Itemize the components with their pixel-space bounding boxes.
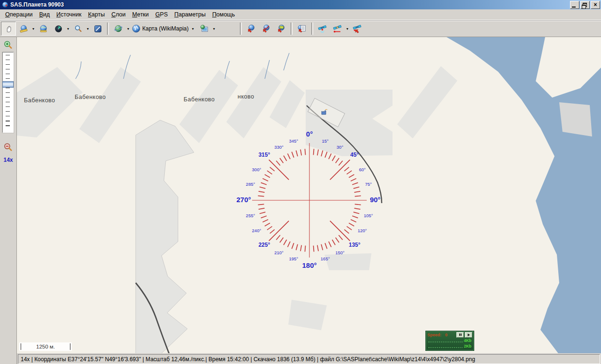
dark-sphere-icon [54, 25, 62, 33]
measure-distance-button[interactable] [16, 22, 31, 36]
scale-bar: 1250 м. [19, 342, 72, 351]
gps-position-button[interactable] [350, 22, 365, 36]
zoom-box-dropdown-arrow[interactable]: ▾ [85, 27, 90, 31]
magnifier-icon [74, 25, 82, 33]
play-icon [468, 334, 470, 336]
navigation-dropdown-arrow[interactable]: ▾ [66, 27, 70, 31]
zoom-slider-thumb[interactable] [2, 81, 14, 88]
gps-connect-dropdown-arrow[interactable]: ▾ [345, 27, 350, 31]
map-selector-button[interactable]: Карта (WikiMapia) ▾ [131, 22, 197, 35]
zoom-in-magnifier-icon [3, 40, 13, 50]
menu-layers[interactable]: Слои [108, 10, 129, 19]
menu-view[interactable]: Вид [36, 10, 53, 19]
zoom-out-button[interactable] [1, 141, 15, 153]
toolbar-separator [291, 23, 293, 35]
layers-icon [200, 24, 208, 33]
svg-text:165°: 165° [321, 256, 330, 261]
svg-text:60°: 60° [359, 167, 366, 172]
svg-text:210°: 210° [274, 250, 284, 255]
close-button[interactable]: × [591, 1, 600, 9]
svg-text:135°: 135° [349, 242, 361, 248]
restore-button[interactable] [580, 1, 590, 9]
traffic-row-label: 2Kb [462, 344, 471, 349]
menu-maps[interactable]: Карты [85, 10, 108, 19]
scale-bar-label: 1250 м. [36, 344, 55, 349]
zoom-in-button[interactable] [1, 39, 15, 51]
selection-rect-button[interactable] [90, 22, 105, 36]
placemark-list-icon [298, 24, 306, 33]
menu-source[interactable]: Источник [53, 10, 85, 19]
traffic-row-label: 4Kb [462, 338, 471, 343]
full-extent-button[interactable] [36, 22, 51, 36]
pause-icon [459, 334, 460, 336]
svg-text:315°: 315° [258, 152, 270, 158]
shore-gray-patch [559, 102, 592, 136]
add-placemark-button[interactable] [244, 22, 259, 36]
zoom-slider-ticks [6, 55, 10, 130]
menu-bar: Операции Вид Источник Карты Слои Метки G… [0, 9, 601, 20]
zoom-box-button[interactable] [70, 22, 85, 36]
measure-dropdown-arrow[interactable]: ▾ [31, 27, 36, 31]
svg-text:330°: 330° [274, 144, 284, 150]
minimize-button[interactable] [570, 1, 579, 9]
gps-connect-button[interactable] [330, 22, 345, 36]
svg-text:15°: 15° [322, 138, 329, 144]
map-selector-label: Карта (WikiMapia) [142, 25, 189, 32]
menu-help[interactable]: Помощь [209, 10, 238, 19]
svg-text:225°: 225° [258, 242, 270, 248]
close-icon: × [593, 2, 597, 8]
layers-button[interactable] [197, 22, 212, 36]
content-region: 14x [0, 37, 601, 364]
pan-tool-button[interactable] [1, 22, 16, 36]
speed-play-button[interactable] [465, 332, 472, 338]
menu-gps[interactable]: GPS [152, 10, 171, 19]
app-window: SAS.Планета 90903 × Операции Вид Источни… [0, 0, 601, 364]
toolbar-separator [240, 23, 242, 35]
speed-value: 0 [445, 333, 447, 337]
svg-text:105°: 105° [364, 213, 373, 218]
globe-placemark-icon [247, 24, 255, 33]
traffic-dotted-line [428, 341, 462, 342]
map-selector-dropdown-arrow[interactable]: ▾ [191, 27, 195, 31]
placemark-manager-button[interactable] [294, 22, 309, 36]
svg-text:30°: 30° [337, 144, 344, 150]
previous-map-button[interactable] [111, 22, 126, 36]
svg-text:345°: 345° [289, 138, 299, 144]
svg-text:240°: 240° [252, 228, 262, 233]
place-label: нково [238, 93, 254, 100]
gps-track-button[interactable] [315, 22, 330, 36]
svg-text:0°: 0° [306, 130, 313, 138]
minimize-icon [572, 7, 576, 8]
menu-parameters[interactable]: Параметры [171, 10, 209, 19]
traffic-row: 2Kb [428, 344, 471, 349]
navigation-sphere-button[interactable] [51, 22, 66, 36]
zoom-slider[interactable] [2, 52, 14, 133]
toolbar-separator [107, 23, 109, 35]
svg-text:255°: 255° [246, 213, 255, 218]
menu-operations[interactable]: Операции [2, 10, 36, 19]
status-bar: 14x | Координаты E37°24'15.57" N49°16'3.… [17, 353, 601, 364]
menu-placemarks[interactable]: Метки [129, 10, 152, 19]
previous-map-dropdown-arrow[interactable]: ▾ [126, 27, 131, 31]
speed-pause-button[interactable] [456, 332, 464, 338]
title-bar[interactable]: SAS.Планета 90903 × [0, 0, 601, 9]
blue-globe-icon [132, 24, 140, 33]
green-globe-icon [114, 24, 123, 33]
globe-polygon-icon [277, 24, 285, 33]
add-polygon-button[interactable] [274, 22, 289, 36]
traffic-dotted-line [428, 347, 462, 348]
map-canvas: Бабенково Бабенково Бабенково нково 0°15… [17, 37, 601, 353]
gps-speed-panel: Speed: 0 4Kb 2Kb [425, 331, 474, 351]
hand-icon [5, 25, 13, 33]
svg-text:270°: 270° [236, 196, 251, 204]
layers-dropdown-arrow[interactable]: ▾ [212, 27, 216, 31]
svg-text:90°: 90° [370, 196, 381, 204]
globe-ruler-icon [39, 25, 47, 33]
svg-text:150°: 150° [335, 250, 345, 255]
svg-text:45°: 45° [350, 152, 359, 158]
svg-text:285°: 285° [246, 182, 255, 187]
svg-text:300°: 300° [252, 167, 262, 172]
add-path-button[interactable] [259, 22, 274, 36]
map-viewport[interactable]: Бабенково Бабенково Бабенково нково 0°15… [17, 37, 601, 353]
place-label: Бабенково [75, 94, 106, 100]
